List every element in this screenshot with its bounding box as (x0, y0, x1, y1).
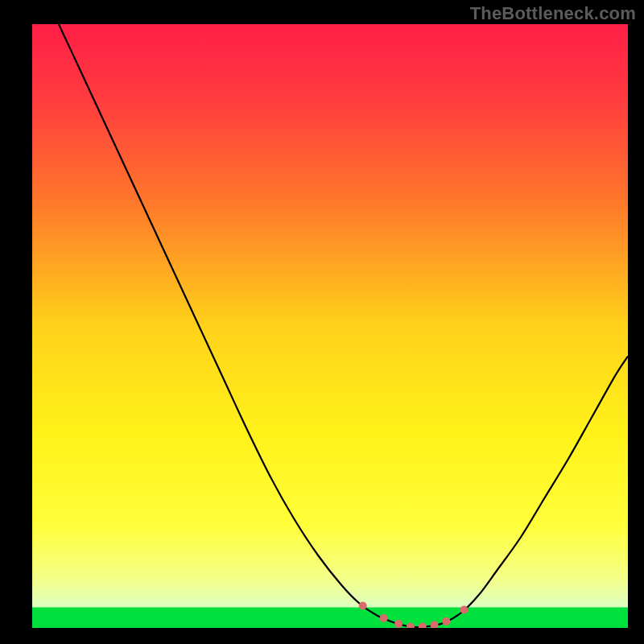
watermark-text: TheBottleneck.com (470, 3, 636, 24)
curve-marker (442, 617, 450, 625)
optimal-band (32, 608, 628, 629)
curve-marker (407, 623, 415, 631)
curve-marker (380, 614, 388, 622)
curve-marker (419, 623, 427, 631)
curve-marker (394, 620, 402, 628)
chart-frame: TheBottleneck.com (0, 0, 644, 644)
curve-marker (460, 606, 469, 614)
curve-marker (359, 602, 367, 610)
bottleneck-chart (0, 0, 644, 644)
curve-marker (431, 621, 439, 629)
gradient-background (32, 24, 628, 628)
